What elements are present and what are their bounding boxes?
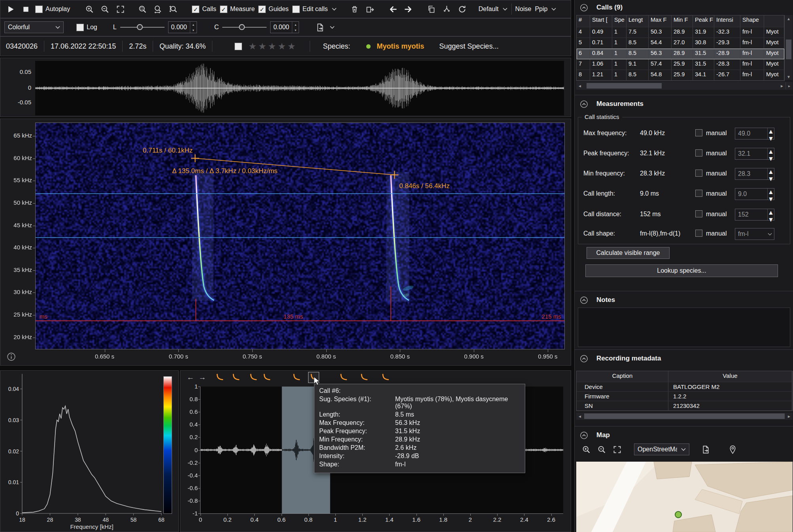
- export-report-icon[interactable]: [314, 21, 326, 33]
- call-marker-5[interactable]: [291, 372, 301, 383]
- left-gain-up-icon[interactable]: ▲: [190, 22, 197, 27]
- split-call-icon[interactable]: [441, 3, 453, 15]
- copy-icon[interactable]: [426, 3, 437, 15]
- log-checkbox-box[interactable]: [76, 24, 84, 31]
- move-call-icon[interactable]: [364, 3, 376, 15]
- map-pin-icon[interactable]: [727, 443, 738, 455]
- autoplay-checkbox-box[interactable]: [35, 6, 43, 13]
- column-header[interactable]: [764, 15, 784, 27]
- map-zoom-fit-icon[interactable]: [611, 443, 623, 455]
- call-marker-7[interactable]: [338, 372, 348, 383]
- spinner-down-icon[interactable]: ▼: [768, 196, 774, 203]
- calls-horizontal-scrollbar[interactable]: ◄ ► ▸: [576, 82, 793, 90]
- scroll-left-icon[interactable]: ◄: [576, 82, 583, 89]
- table-row[interactable]: 60.8418.556.328.931.5-28.9fm-lMyot: [577, 49, 784, 59]
- center-gain-spinner[interactable]: 0.000▲▼: [270, 21, 299, 33]
- call-marker-9[interactable]: [380, 372, 390, 383]
- notes-input[interactable]: [578, 308, 790, 347]
- chevron-down-icon[interactable]: [331, 3, 337, 15]
- scroll-left-icon[interactable]: ◄: [576, 413, 583, 420]
- manual-value-spinner[interactable]: 152▲▼: [735, 209, 774, 221]
- table-row[interactable]: 81.2118.554.825.934.1-26.7fm-lMyot: [577, 70, 784, 81]
- oscillogram-plot[interactable]: [35, 61, 564, 115]
- noise-button[interactable]: Noise: [515, 6, 532, 13]
- spinner-up-icon[interactable]: ▲: [768, 168, 774, 175]
- preset-select[interactable]: Default: [479, 6, 499, 13]
- notes-section-header[interactable]: Notes: [575, 293, 793, 307]
- spinner-up-icon[interactable]: ▲: [768, 209, 774, 216]
- spinner-up-icon[interactable]: ▲: [768, 189, 774, 196]
- manual-checkbox[interactable]: [695, 149, 702, 157]
- ppip-button[interactable]: Ppip: [535, 6, 547, 13]
- call-marker-1[interactable]: [214, 372, 225, 383]
- zoom-in-icon[interactable]: [83, 3, 95, 15]
- edit-calls-checkbox[interactable]: Edit calls: [292, 6, 328, 13]
- column-header[interactable]: #: [577, 15, 590, 27]
- column-header[interactable]: Shape: [740, 15, 764, 27]
- center-gain-slider-knob[interactable]: [239, 24, 245, 30]
- play-button[interactable]: [4, 3, 16, 15]
- lookup-species-button[interactable]: Lookup species...: [585, 264, 778, 277]
- column-header[interactable]: Spe: [612, 15, 626, 27]
- manual-value-dropdown[interactable]: fm-l: [735, 228, 774, 240]
- delete-call-icon[interactable]: [349, 3, 361, 15]
- column-header[interactable]: Intensi: [714, 15, 740, 27]
- center-gain-up-icon[interactable]: ▲: [292, 22, 299, 27]
- call-marker-3[interactable]: [248, 372, 258, 383]
- measure-checkbox[interactable]: ✓Measure: [220, 6, 255, 13]
- left-gain-slider[interactable]: [120, 21, 165, 33]
- scroll-down-icon[interactable]: ▼: [785, 73, 792, 80]
- spinner-down-icon[interactable]: ▼: [768, 175, 774, 183]
- call-marker-2[interactable]: [231, 372, 241, 383]
- map-provider-select[interactable]: OpenStreetMap: [634, 443, 689, 455]
- calls-vertical-scrollbar[interactable]: ▲ ▼: [785, 15, 793, 80]
- manual-checkbox[interactable]: [695, 170, 702, 177]
- metadata-horizontal-scrollbar[interactable]: ◄ ►: [576, 413, 793, 420]
- call-marker-8[interactable]: [359, 372, 369, 383]
- calls-checkbox-box[interactable]: ✓: [192, 6, 199, 13]
- zoom-selection-icon[interactable]: [136, 3, 148, 15]
- spinner-down-icon[interactable]: ▼: [768, 216, 774, 223]
- manual-value-spinner[interactable]: 28.3▲▼: [735, 168, 774, 180]
- refresh-icon[interactable]: [456, 3, 468, 15]
- table-options-button[interactable]: ▸: [785, 82, 793, 89]
- spinner-up-icon[interactable]: ▲: [768, 128, 774, 135]
- map-zoom-in-icon[interactable]: [580, 443, 592, 455]
- chevron-down-icon[interactable]: [766, 230, 774, 238]
- table-row[interactable]: 50.7118.554.427.030.8-29.3fm-lMyot: [577, 38, 784, 49]
- manual-checkbox[interactable]: [695, 210, 702, 217]
- measurements-section-header[interactable]: Measurements: [575, 97, 793, 111]
- rating-checkbox[interactable]: [235, 43, 242, 50]
- table-row[interactable]: Firmware1.2.2: [577, 392, 792, 401]
- manual-value-spinner[interactable]: 49.0▲▼: [735, 128, 774, 140]
- scroll-right-icon[interactable]: ►: [785, 413, 793, 420]
- spinner-down-icon[interactable]: ▼: [768, 135, 774, 142]
- manual-value-spinner[interactable]: 32.1▲▼: [735, 148, 774, 160]
- export-chevron-icon[interactable]: [329, 21, 335, 33]
- previous-record-button[interactable]: [387, 3, 399, 15]
- map-canvas[interactable]: [576, 462, 793, 532]
- spinner-up-icon[interactable]: ▲: [768, 148, 774, 155]
- table-row[interactable]: 40.4917.550.328.931.9-32.3fm-lMyot: [577, 27, 784, 38]
- collapse-calls-icon[interactable]: [579, 3, 588, 12]
- collapse-metadata-icon[interactable]: [579, 354, 588, 363]
- map-export-icon[interactable]: [700, 443, 712, 455]
- manual-checkbox[interactable]: [695, 190, 702, 197]
- autoplay-checkbox[interactable]: Autoplay: [35, 6, 70, 13]
- preset-chevron-icon[interactable]: [502, 3, 508, 15]
- spinner-down-icon[interactable]: ▼: [768, 155, 774, 162]
- left-gain-spinner[interactable]: 0.000▲▼: [168, 21, 197, 33]
- column-header[interactable]: Lengt: [626, 15, 649, 27]
- column-header[interactable]: Max F: [649, 15, 672, 27]
- stop-button[interactable]: [20, 3, 32, 15]
- manual-value-spinner[interactable]: 9.0▲▼: [735, 188, 774, 200]
- call-marker-4[interactable]: [261, 372, 272, 383]
- colormap-select[interactable]: Colorful: [4, 21, 64, 33]
- center-gain-slider[interactable]: [222, 21, 267, 33]
- metadata-section-header[interactable]: Recording metadata: [575, 352, 793, 365]
- collapse-map-icon[interactable]: [579, 431, 588, 440]
- frequency-spectrum-plot[interactable]: 0.040.030.020.010182838485868Frequency […: [0, 371, 178, 532]
- edit-calls-checkbox-box[interactable]: [292, 6, 300, 13]
- log-checkbox[interactable]: Log: [76, 24, 97, 31]
- column-header[interactable]: Min F: [672, 15, 693, 27]
